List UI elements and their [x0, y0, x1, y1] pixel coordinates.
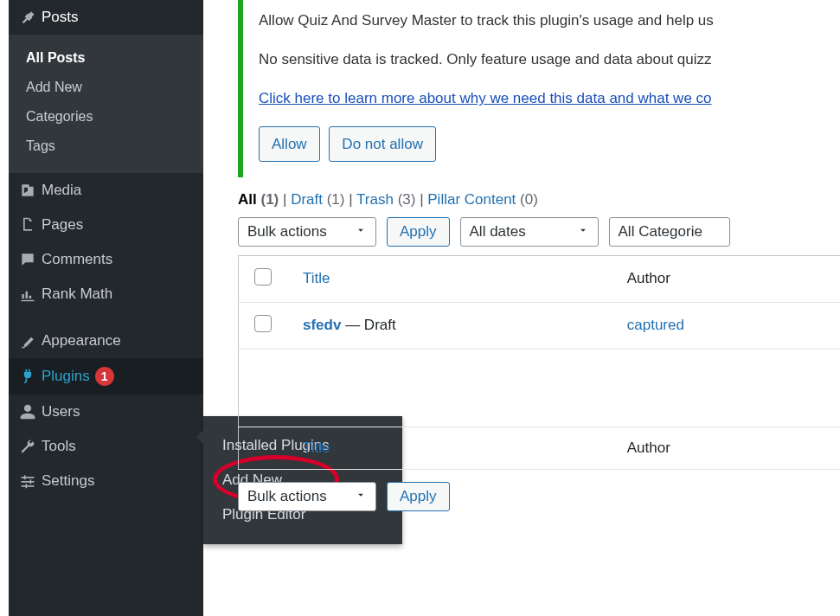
bottom-toolbar: Bulk actions Apply	[238, 482, 840, 511]
filter-draft[interactable]: Draft (1)	[291, 191, 344, 208]
comments-icon	[19, 251, 42, 268]
sidebar-sub-add-new[interactable]: Add New	[22, 73, 203, 102]
select-all-header	[239, 255, 288, 302]
chart-icon	[19, 286, 42, 303]
bulk-actions-select-bottom[interactable]: Bulk actions	[238, 482, 376, 511]
sidebar-item-appearance[interactable]: Appearance	[9, 324, 203, 358]
column-title[interactable]: Title	[287, 255, 612, 302]
apply-button-top[interactable]: Apply	[387, 217, 450, 247]
allow-button[interactable]: Allow	[259, 126, 320, 162]
row-checkbox[interactable]	[254, 315, 272, 332]
sidebar-item-plugins[interactable]: Plugins 1	[9, 358, 203, 395]
admin-sidebar: Posts All Posts Add New Categories Tags …	[9, 0, 203, 616]
sidebar-item-settings[interactable]: Settings	[9, 464, 203, 498]
apply-button-bottom[interactable]: Apply	[387, 482, 450, 511]
wrench-icon	[19, 438, 42, 455]
filter-all[interactable]: All (1)	[238, 191, 279, 208]
do-not-allow-button[interactable]: Do not allow	[329, 126, 436, 162]
category-filter-select[interactable]: All Categorie	[609, 217, 730, 247]
sidebar-posts-submenu: All Posts Add New Categories Tags	[9, 35, 203, 173]
sidebar-sub-all-posts[interactable]: All Posts	[22, 43, 203, 73]
tracking-notice: Allow Quiz And Survey Master to track th…	[238, 0, 840, 177]
sidebar-item-rankmath[interactable]: Rank Math	[9, 277, 203, 311]
brush-icon	[19, 332, 42, 350]
select-all-checkbox[interactable]	[254, 268, 272, 286]
table-gap	[239, 349, 841, 427]
filter-pillar[interactable]: Pillar Content (0)	[427, 191, 538, 208]
sidebar-sub-categories[interactable]: Categories	[22, 102, 203, 132]
chevron-down-icon	[355, 488, 367, 505]
notice-line1: Allow Quiz And Survey Master to track th…	[259, 9, 837, 32]
cell-author: captured	[612, 302, 840, 349]
column-author-footer: Author	[612, 427, 840, 469]
filter-trash[interactable]: Trash (3)	[356, 191, 415, 208]
bulk-actions-select[interactable]: Bulk actions	[238, 217, 376, 247]
sidebar-item-posts[interactable]: Posts	[9, 0, 203, 35]
sidebar-item-tools[interactable]: Tools	[9, 429, 203, 464]
posts-table: Title Author sfedv — Draft captured Titl…	[238, 255, 840, 470]
flyout-arrow	[196, 430, 203, 444]
sidebar-sub-tags[interactable]: Tags	[22, 132, 203, 161]
author-link[interactable]: captured	[627, 317, 684, 333]
plug-icon	[19, 368, 42, 385]
date-filter-select[interactable]: All dates	[460, 217, 599, 247]
plugins-update-badge: 1	[95, 367, 114, 386]
sidebar-item-users[interactable]: Users	[9, 395, 203, 429]
main-content: Allow Quiz And Survey Master to track th…	[203, 0, 840, 520]
sidebar-item-media[interactable]: Media	[9, 173, 203, 208]
notice-line2: No sensitive data is tracked. Only featu…	[259, 48, 837, 71]
post-status-filters: All (1) | Draft (1) | Trash (3) | Pillar…	[238, 191, 840, 209]
sidebar-label: Posts	[42, 9, 79, 26]
column-title-footer[interactable]: Title	[287, 427, 612, 469]
top-toolbar: Bulk actions Apply All dates All Categor…	[238, 217, 840, 247]
post-title-link[interactable]: sfedv	[303, 317, 341, 333]
column-author: Author	[612, 255, 840, 302]
cell-title: sfedv — Draft	[287, 302, 612, 349]
sidebar-item-pages[interactable]: Pages	[9, 208, 203, 242]
chevron-down-icon	[355, 223, 367, 241]
table-row: sfedv — Draft captured	[239, 302, 841, 349]
notice-learn-link[interactable]: Click here to learn more about why we ne…	[259, 90, 712, 106]
sidebar-item-comments[interactable]: Comments	[9, 242, 203, 277]
pages-icon	[19, 216, 42, 234]
chevron-down-icon	[577, 223, 589, 241]
media-icon	[19, 182, 42, 199]
pin-icon	[19, 9, 42, 26]
sliders-icon	[19, 472, 42, 490]
user-icon	[19, 403, 42, 420]
